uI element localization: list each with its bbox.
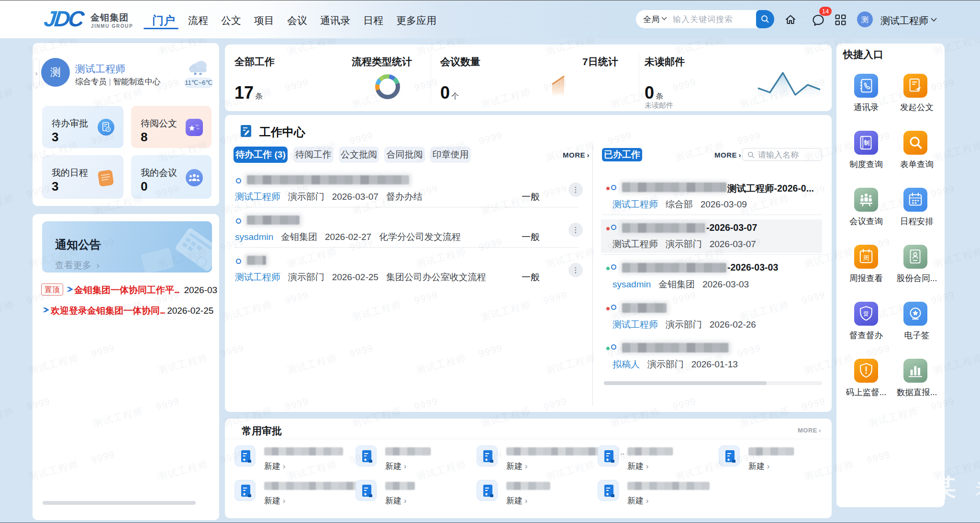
svg-text:制: 制 [863, 139, 869, 146]
svg-text:督: 督 [863, 310, 869, 317]
svg-text:周: 周 [863, 254, 869, 262]
